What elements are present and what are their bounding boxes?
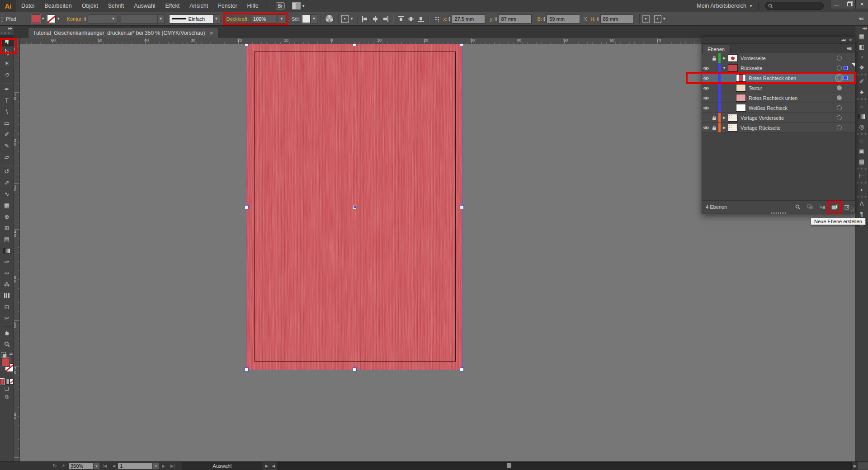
type-tool[interactable]: T	[0, 95, 14, 106]
visibility-toggle[interactable]	[702, 73, 710, 83]
layer-name[interactable]: Rotes Rechteck unten	[749, 95, 834, 101]
isolate-selection-icon[interactable]	[341, 15, 349, 23]
restore-button[interactable]	[843, 0, 855, 9]
layer-name[interactable]: Vorderseite	[741, 56, 834, 61]
mesh-tool[interactable]: ▤	[0, 234, 14, 245]
visibility-toggle[interactable]	[702, 123, 710, 132]
first-artboard-button[interactable]: |◀	[100, 464, 109, 468]
layer-name[interactable]: Vorlage Vorderseite	[741, 115, 834, 121]
status-menu-arrow[interactable]: ▶	[262, 464, 271, 468]
visibility-toggle[interactable]	[702, 93, 710, 103]
dock-panel-stroke-icon[interactable]: ≡	[855, 101, 868, 111]
layer-thumbnail[interactable]	[736, 104, 746, 112]
reference-point-grid[interactable]	[434, 16, 440, 22]
selection-handle[interactable]	[245, 367, 249, 371]
stroke-style-field[interactable]: Einfach	[169, 14, 213, 24]
paintbrush-tool[interactable]: ✐	[0, 129, 14, 140]
horizontal-scrollbar[interactable]	[277, 462, 852, 470]
lock-toggle[interactable]	[710, 83, 718, 93]
visibility-toggle[interactable]	[702, 53, 710, 63]
x-field[interactable]: 27,5 mm	[452, 14, 485, 24]
rotate-tool[interactable]: ↺	[0, 166, 14, 177]
fill-dropdown[interactable]: ▼	[40, 12, 46, 25]
layer-name[interactable]: Textur	[749, 85, 834, 91]
panel-drag-dots[interactable]	[771, 212, 786, 214]
artboard-selected-artwork[interactable]	[246, 44, 462, 370]
eraser-tool[interactable]: ▱	[0, 151, 14, 163]
dock-panel-color-guide-icon[interactable]: ❖	[855, 62, 868, 73]
dock-panel-gradient-icon[interactable]	[855, 111, 868, 122]
layer-thumbnail[interactable]	[728, 124, 738, 132]
locate-object-button[interactable]	[793, 203, 802, 211]
layer-row-vorlage-r-ckseite[interactable]: ▶Vorlage Rückseite	[702, 123, 855, 133]
none-button[interactable]	[9, 379, 14, 385]
lock-toggle[interactable]	[710, 53, 718, 63]
gradient-tool[interactable]	[0, 245, 14, 256]
lock-toggle[interactable]	[710, 63, 718, 73]
artboard-number-field[interactable]: 1	[118, 463, 152, 469]
dock-panel-symbols-icon[interactable]: ♣	[855, 87, 868, 97]
panel-resize-grip[interactable]	[849, 207, 854, 212]
expand-arrow-icon[interactable]: ▶	[721, 126, 728, 130]
isolate-dropdown[interactable]: ▼	[349, 12, 354, 25]
target-circle-icon[interactable]	[837, 95, 842, 100]
menu-datei[interactable]: Datei	[16, 0, 39, 12]
minimize-button[interactable]: —	[830, 0, 843, 9]
opacity-dropdown[interactable]: ▼	[278, 14, 285, 24]
layer-row-vorlage-vorderseite[interactable]: ▶Vorlage Vorderseite	[702, 113, 855, 123]
x-label[interactable]: x:	[443, 16, 447, 22]
visibility-toggle[interactable]	[702, 63, 710, 73]
panel-grip[interactable]	[1, 14, 3, 24]
search-input[interactable]	[765, 2, 824, 10]
stroke-weight-field[interactable]	[88, 14, 110, 24]
create-new-layer-button[interactable]	[830, 203, 839, 211]
swap-fill-stroke-icon[interactable]: ⇄	[9, 352, 13, 356]
tab-close-icon[interactable]: ✕	[209, 31, 213, 36]
toolbar-grip[interactable]	[1, 32, 12, 34]
expand-arrow-icon[interactable]: ▼	[721, 66, 728, 70]
layer-row-vorderseite[interactable]: ▶Vorderseite	[702, 53, 855, 63]
y-field[interactable]: 87 mm	[498, 14, 532, 24]
selection-handle[interactable]	[460, 205, 464, 209]
dock-panel-brushes-icon[interactable]: ✐	[855, 76, 868, 87]
dock-panel-layers-icon[interactable]: ▤	[855, 156, 868, 167]
width-stepper[interactable]: ▲▼	[543, 16, 546, 22]
color-button[interactable]	[0, 379, 4, 385]
lock-toggle[interactable]	[710, 113, 718, 122]
layer-row-wei-es-rechteck[interactable]: Weißes Rechteck	[702, 103, 855, 113]
target-circle-icon[interactable]	[837, 75, 842, 80]
y-stepper[interactable]: ▲▼	[495, 16, 497, 22]
width-profile-field[interactable]	[121, 14, 158, 24]
fill-swatch[interactable]	[1, 358, 10, 367]
rectangle-tool[interactable]: ▭	[0, 118, 14, 129]
default-fill-stroke-icon[interactable]	[1, 352, 6, 357]
align-center-button[interactable]	[372, 16, 378, 22]
lock-toggle[interactable]	[710, 123, 718, 132]
visibility-toggle[interactable]	[702, 83, 710, 93]
stroke-weight-dropdown[interactable]: ▼	[110, 14, 117, 24]
layer-name[interactable]: Rotes Rechteck oben	[749, 75, 834, 81]
dock-panel-gradient-tool-icon[interactable]: ◔	[855, 52, 868, 62]
pencil-tool[interactable]: ✎	[0, 140, 14, 151]
lock-toggle[interactable]	[710, 103, 718, 113]
visibility-toggle[interactable]	[702, 103, 710, 113]
control-panel-menu-icon[interactable]: ▾≡	[859, 16, 863, 22]
zoom-tool[interactable]	[0, 338, 14, 350]
align-left-button[interactable]	[362, 16, 368, 22]
x-stepper[interactable]: ▲▼	[448, 16, 451, 22]
stroke-weight-label[interactable]: Kontur:	[67, 16, 83, 22]
select-similar-icon[interactable]	[654, 15, 661, 23]
column-graph-tool[interactable]	[0, 290, 14, 301]
scale-tool[interactable]: ⇗	[0, 177, 14, 188]
layer-thumbnail[interactable]	[736, 84, 746, 92]
target-circle-icon[interactable]	[837, 56, 842, 61]
scroll-left-arrow[interactable]: ◀	[271, 464, 276, 468]
resize-corner[interactable]	[858, 462, 868, 470]
make-clip-mask-button[interactable]	[806, 203, 815, 211]
perspective-grid-tool[interactable]: ⊞	[0, 222, 14, 234]
zoom-level-field[interactable]: 350%	[69, 463, 93, 469]
layer-thumbnail[interactable]	[736, 94, 746, 102]
lasso-tool[interactable]: ⊃	[0, 69, 14, 80]
status-display[interactable]: Auswahl	[182, 462, 262, 470]
line-segment-tool[interactable]: ∖	[0, 106, 14, 118]
